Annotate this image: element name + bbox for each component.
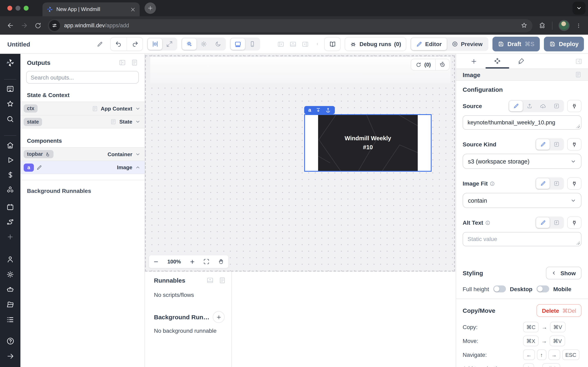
extensions-icon[interactable] [539,22,546,29]
windmill-logo[interactable] [6,58,15,67]
deploy-button[interactable]: Deploy [544,37,584,51]
topbar-badge[interactable]: topbar [24,150,53,158]
maximize-window-button[interactable] [24,6,29,11]
static-input-button[interactable] [536,178,550,189]
connect-output-button[interactable] [567,217,581,229]
component-row-topbar[interactable]: topbar Container [20,147,145,161]
doc-icon[interactable] [219,277,226,284]
bookmark-star-icon[interactable] [521,22,527,29]
rename-pencil-icon[interactable] [36,165,42,170]
resize-handle[interactable] [576,124,580,128]
theme-auto-button[interactable] [182,38,196,50]
undo-button[interactable] [111,38,127,50]
chevron-down-icon[interactable] [135,151,140,157]
sidebar-item-workers[interactable] [6,286,14,294]
collapse-rail-button[interactable] [6,352,14,360]
preview-tab[interactable]: Preview [447,38,487,50]
sidebar-item-folders[interactable] [6,301,14,309]
alt-text-input[interactable]: Static value [463,232,581,246]
app-title-area[interactable]: Untitled [5,41,106,48]
app-canvas[interactable]: (0) a [145,54,456,272]
tab-component-settings[interactable] [485,54,509,68]
ctx-badge[interactable]: ctx [24,104,38,113]
fullscreen-toggle[interactable] [162,38,176,50]
site-settings-icon[interactable] [49,20,60,31]
tab-styling[interactable] [509,54,533,68]
mobile-view-button[interactable] [245,38,259,50]
browser-tab[interactable]: New App | Windmill [43,2,140,16]
sidebar-item-search[interactable] [6,115,14,123]
sidebar-item-favorites[interactable] [6,100,14,108]
sidebar-item-schedules[interactable] [6,203,14,211]
eval-input-button[interactable] [550,101,563,111]
source-kind-select[interactable]: s3 (workspace storage) [463,154,581,169]
output-row-state[interactable]: state State [20,115,145,128]
full-height-mobile-toggle[interactable] [536,285,549,292]
sidebar-item-add[interactable] [7,233,14,241]
connect-output-button[interactable] [567,100,581,112]
sidebar-item-home[interactable] [6,141,14,149]
draft-button[interactable]: Draft ⌘S [492,37,540,51]
static-input-button[interactable] [509,101,523,111]
back-icon[interactable] [7,22,14,29]
zoom-in-icon[interactable] [189,259,195,264]
sidebar-item-resources[interactable] [6,185,14,194]
theme-dark-button[interactable] [211,38,225,50]
sidebar-item-settings[interactable] [6,271,14,279]
editor-tab[interactable]: Editor [411,38,447,50]
a-badge[interactable]: a [24,163,34,171]
window-controls[interactable] [7,6,29,11]
topbar-container-region[interactable] [150,57,450,83]
refresh-app-button[interactable]: (0) [411,62,435,68]
component-row-a[interactable]: a Image [20,161,145,174]
new-tab-button[interactable] [145,2,156,14]
sidebar-item-flows[interactable] [6,218,14,226]
center-content-toggle[interactable] [148,38,162,50]
pan-hand-icon[interactable] [218,259,224,265]
reload-icon[interactable] [34,22,42,29]
image-fit-select[interactable]: contain [463,193,581,208]
eval-input-button[interactable] [550,178,563,189]
desktop-view-button[interactable] [231,38,245,50]
sidebar-item-runs[interactable] [6,156,14,164]
upload-input-button[interactable] [523,101,536,111]
profile-avatar[interactable] [559,20,570,31]
sidebar-item-workspace[interactable] [6,85,14,93]
close-tab-icon[interactable] [130,7,136,12]
zoom-out-icon[interactable] [153,259,159,264]
sidebar-item-users[interactable] [6,256,14,264]
more-options-icon[interactable] [315,41,320,47]
resize-handle[interactable] [576,241,580,245]
doc-icon[interactable] [575,71,581,78]
close-window-button[interactable] [7,6,12,11]
add-background-runnable-button[interactable] [213,311,225,323]
image-component[interactable]: a [304,114,432,172]
static-input-button[interactable] [536,139,550,150]
fit-view-icon[interactable] [203,259,209,265]
collapse-panel-icon[interactable] [119,59,126,66]
expand-down-icon[interactable] [316,108,321,113]
collapse-right-panel-icon[interactable] [575,58,582,65]
state-badge[interactable]: state [24,118,42,126]
static-input-button[interactable] [536,217,550,228]
sidebar-item-logs[interactable] [6,316,14,324]
panel-bottom-toggle-icon[interactable] [290,41,297,48]
minimize-window-button[interactable] [16,6,20,11]
eval-input-button[interactable] [550,139,563,150]
chevron-down-icon[interactable] [135,106,140,111]
help-button[interactable] [6,337,15,345]
history-button[interactable] [435,59,449,70]
connect-output-button[interactable] [567,177,581,190]
forward-icon[interactable] [20,22,28,29]
output-row-ctx[interactable]: ctx App Context [20,101,145,115]
redo-button[interactable] [127,38,143,50]
anchor-icon[interactable] [325,108,331,113]
eval-input-button[interactable] [550,217,563,228]
address-bar[interactable]: app.windmill.dev/apps/add [48,19,532,32]
search-outputs-input[interactable]: Search outputs... [26,71,139,83]
rename-pencil-icon[interactable] [97,41,103,47]
tab-insert[interactable] [462,54,485,68]
theme-light-button[interactable] [196,38,211,50]
sidebar-item-variables[interactable] [6,171,14,179]
browser-menu-icon[interactable] [576,23,581,28]
